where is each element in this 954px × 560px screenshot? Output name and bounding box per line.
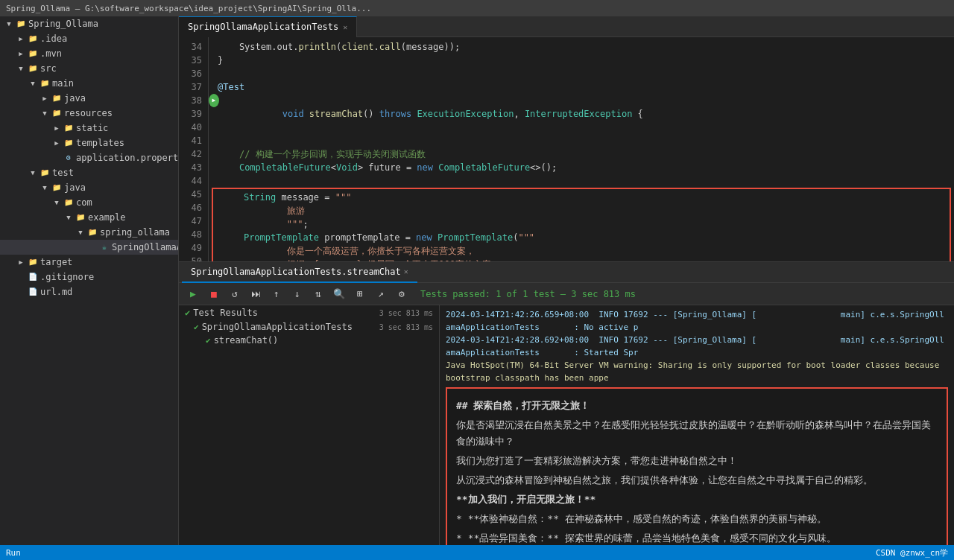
code-line-46: 你是一个高级运营，你擅长于写各种运营文案，	[213, 244, 950, 258]
tree-item-label: target	[40, 255, 72, 270]
tree-item-label: .gitignore	[40, 270, 94, 284]
test-class-time: 3 sec 813 ms	[379, 323, 433, 331]
tree-item-label: templates	[76, 136, 124, 150]
java-file-icon: ☕	[98, 241, 110, 253]
code-line-41	[209, 174, 954, 188]
expand-arrow: ▼	[75, 226, 86, 238]
folder-icon: 📁	[27, 256, 39, 268]
run-panel: SpringOllamaApplicationTests.streamChat …	[179, 262, 954, 545]
title-bar: Spring_Ollama – G:\software_workspace\id…	[0, 0, 954, 16]
tree-gitignore[interactable]: 📄 .gitignore	[0, 270, 178, 284]
tree-item-label: url.md	[40, 284, 72, 299]
spacer	[15, 271, 27, 283]
tree-item-label: main	[52, 76, 74, 91]
tab-label: SpringOllamaApplicationTests	[188, 22, 338, 32]
code-line-40: CompletableFuture<Void> future = new Com…	[209, 161, 954, 174]
test-results-header: ✔ Test Results 3 sec 813 ms	[179, 305, 439, 320]
expand-arrow: ▼	[63, 211, 75, 223]
folder-icon: 📁	[39, 167, 51, 179]
expand-arrow: ▶	[39, 92, 51, 104]
tab-close-btn[interactable]: ✕	[343, 23, 347, 31]
code-highlight-box: String message = """ 旅游 """; PromptTempl…	[212, 188, 951, 261]
tree-java[interactable]: ▶ 📁 java	[0, 91, 178, 106]
tree-src[interactable]: ▼ 📁 src	[0, 61, 178, 76]
tree-root[interactable]: ▼ 📁 Spring_Ollama	[0, 16, 178, 31]
expand-arrow: ▼	[39, 182, 51, 194]
tree-resources[interactable]: ▼ 📁 resources	[0, 106, 178, 121]
folder-icon: 📁	[63, 122, 75, 134]
output-p1: 你是否渴望沉浸在自然美景之中？在感受阳光轻轻抚过皮肤的温暖中？在黔听动听的森林鸟…	[456, 417, 938, 450]
expand-arrow: ▶	[15, 33, 27, 45]
output-p3: 从沉浸式的森林冒险到神秘自然之旅，我们提供各种体验，让您在自然之中寻找属于自己的…	[456, 472, 938, 489]
code-line-43: 旅游	[213, 204, 950, 217]
file-icon: 📄	[27, 271, 39, 283]
tree-static[interactable]: ▶ 📁 static	[0, 121, 178, 136]
run-tab-active[interactable]: SpringOllamaApplicationTests.streamChat …	[182, 262, 417, 283]
test-class-item[interactable]: ✔ SpringOllamaApplicationTests 3 sec 813…	[179, 320, 439, 334]
tree-test[interactable]: ▼ 📁 test	[0, 165, 178, 180]
editor-tabs: SpringOllamaApplicationTests ✕	[179, 16, 954, 37]
tree-test-java[interactable]: ▼ 📁 java	[0, 180, 178, 195]
expand-arrow: ▼	[3, 18, 15, 30]
run-sort-btn[interactable]: ⇅	[310, 286, 326, 302]
tree-item-label: application.properties	[76, 150, 179, 165]
folder-icon: 📁	[39, 77, 51, 89]
run-settings-btn[interactable]: ⚙	[394, 286, 410, 302]
tree-item-label: java	[64, 91, 86, 106]
folder-icon: 📁	[86, 226, 98, 238]
folder-icon: 📁	[51, 107, 63, 119]
tree-application-properties[interactable]: ⚙ application.properties	[0, 150, 178, 165]
check-icon: ✔	[194, 322, 199, 332]
tree-templates[interactable]: ▶ 📁 templates	[0, 136, 178, 150]
run-stop-btn[interactable]: ■	[206, 286, 222, 302]
code-line-37: @Test	[209, 80, 954, 94]
code-line-45: PromptTemplate promptTemplate = new Prom…	[213, 231, 950, 244]
tree-spring-test-file[interactable]: ☕ SpringOllamaApplicationTests	[0, 240, 178, 255]
tree-spring-ollama-pkg[interactable]: ▼ 📁 spring_ollama	[0, 225, 178, 240]
code-editor: SpringOllamaApplicationTests ✕ 34 35 36 …	[179, 16, 954, 262]
expand-arrow: ▼	[27, 77, 39, 89]
code-line-35: }	[209, 54, 954, 67]
run-tab-close[interactable]: ✕	[404, 267, 408, 276]
expand-arrow: ▶	[15, 48, 27, 60]
tree-url-md[interactable]: 📄 url.md	[0, 284, 178, 299]
run-export-btn[interactable]: ↗	[373, 286, 389, 302]
tree-item-label: java	[64, 180, 86, 195]
tree-item-label: Spring_Ollama	[28, 16, 98, 31]
watermark-text: CSDN @znwx_cn学	[876, 547, 948, 559]
run-rerun-btn[interactable]: ↺	[227, 286, 243, 302]
main-layout: ▼ 📁 Spring_Ollama ▶ 📁 .idea ▶ 📁 .mvn ▼ 📁…	[0, 16, 954, 545]
spacer	[86, 241, 98, 253]
tree-target[interactable]: ▶ 📁 target	[0, 255, 178, 270]
output-p5: * **体验神秘自然：** 在神秘森林中，感受自然的奇迹，体验自然界的美丽与神秘…	[456, 511, 938, 527]
editor-tab-active[interactable]: SpringOllamaApplicationTests ✕	[179, 16, 357, 37]
run-down-btn[interactable]: ↓	[289, 286, 306, 302]
tree-main[interactable]: ▼ 📁 main	[0, 76, 178, 91]
tree-item-label: test	[52, 165, 74, 180]
folder-icon: 📁	[15, 18, 27, 30]
run-up-btn[interactable]: ↑	[268, 286, 285, 302]
test-method-item[interactable]: ✔ streamChat()	[179, 334, 439, 347]
status-left: Run	[6, 548, 21, 558]
log-line-3: Java HotSpot(TM) 64-Bit Server VM warnin…	[446, 359, 948, 384]
run-search-btn[interactable]: 🔍	[331, 286, 347, 302]
tree-item-label: src	[40, 61, 57, 76]
expand-arrow: ▼	[27, 167, 39, 179]
folder-icon: 📁	[75, 211, 86, 223]
tree-item-label: spring_ollama	[100, 225, 170, 240]
tree-mvn[interactable]: ▶ 📁 .mvn	[0, 46, 178, 61]
run-skip-btn[interactable]: ⏭	[247, 286, 264, 302]
run-play-btn[interactable]: ▶	[185, 286, 201, 302]
tree-example[interactable]: ▼ 📁 example	[0, 210, 178, 225]
spacer	[51, 152, 63, 164]
test-passed-badge: Tests passed: 1 of 1 test – 3 sec 813 ms	[420, 289, 636, 299]
tree-idea[interactable]: ▶ 📁 .idea	[0, 31, 178, 46]
expand-arrow: ▼	[15, 63, 27, 74]
log-line-2: 2024-03-14T21:42:28.692+08:00 INFO 17692…	[446, 334, 948, 359]
run-tab-label: SpringOllamaApplicationTests.streamChat	[191, 267, 401, 277]
tree-item-label: static	[76, 121, 108, 136]
tree-com[interactable]: ▼ 📁 com	[0, 195, 178, 210]
folder-icon: 📁	[51, 182, 63, 194]
run-filter-btn[interactable]: ⊞	[352, 286, 368, 302]
file-tree: ▼ 📁 Spring_Ollama ▶ 📁 .idea ▶ 📁 .mvn ▼ 📁…	[0, 16, 179, 545]
